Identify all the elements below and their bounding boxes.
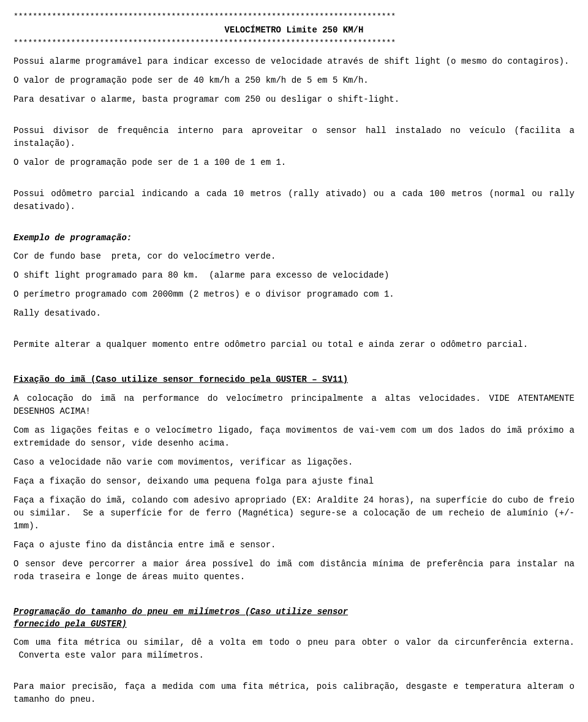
section2-p2: Para maior precisão, faça a medida com u… (13, 680, 575, 706)
paragraph-3: Para desativar o alarme, basta programar… (13, 93, 575, 106)
section1-p7: O sensor deve percorrer a maior área pos… (13, 558, 575, 583)
example-line-2: O shift light programado para 80 km. (al… (13, 269, 575, 282)
example-title: Exemplo de programação: (13, 232, 575, 244)
example-line-3: O perímetro programado com 2000mm (2 met… (13, 288, 575, 301)
stars-top: ****************************************… (13, 11, 575, 23)
paragraph-6: Possui odômetro parcial indicando a cada… (13, 188, 575, 213)
stars-mid: ****************************************… (13, 37, 575, 49)
paragraph-7: Permite alterar a qualquer momento entre… (13, 338, 575, 351)
section1-p6: Faça o ajuste fino da distância entre im… (13, 539, 575, 552)
section1-p1: A colocação do imã na performance do vel… (13, 392, 575, 418)
example-line-1: Cor de fundo base preta, cor do velocíme… (13, 250, 575, 263)
example-section: Exemplo de programação: Cor de fundo bas… (13, 232, 575, 320)
document-title: VELOCÍMETRO Limite 250 KM/H (13, 24, 575, 36)
paragraph-2: O valor de programação pode ser de 40 km… (13, 74, 575, 87)
paragraph-1: Possui alarme programável para indicar e… (13, 55, 575, 68)
section2-p1: Com uma fita métrica ou similar, dê a vo… (13, 636, 575, 662)
section1-p4: Faça a fixação do sensor, deixando uma p… (13, 475, 575, 488)
example-line-4: Rally desativado. (13, 307, 575, 320)
section1-p5: Faça a fixação do imã, colando com adesi… (13, 494, 575, 533)
paragraph-4: Possui divisor de frequência interno par… (13, 124, 575, 150)
section1-p3: Caso a velocidade não varie com moviment… (13, 456, 575, 469)
section1-p2: Com as ligações feitas e o velocímetro l… (13, 424, 575, 450)
document: ****************************************… (13, 11, 575, 722)
paragraph-5: O valor de programação pode ser de 1 a 1… (13, 156, 575, 169)
section1-title: Fixação do imã (Caso utilize sensor forn… (13, 373, 575, 386)
section2-title: Programação do tamanho do pneu em milíme… (13, 606, 575, 631)
